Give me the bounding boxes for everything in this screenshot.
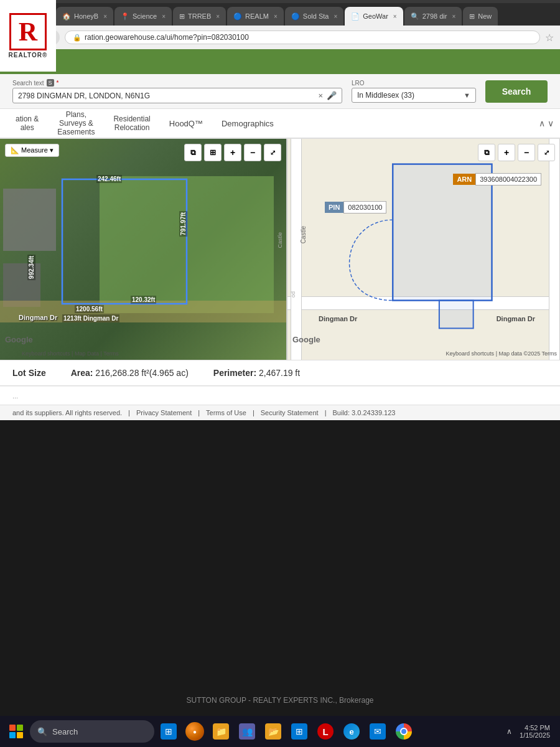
realtor-text: REALTOR® (9, 52, 48, 59)
search-text-field: Search text S * 2798 DINGMAN DR, LONDON,… (12, 79, 342, 103)
tab-close-6[interactable]: × (393, 13, 397, 20)
tab-trreb[interactable]: ⊞ TRREB × (173, 7, 226, 26)
fullscreen-left[interactable]: ⤢ (264, 144, 281, 161)
zoom-in-left[interactable]: + (224, 144, 241, 161)
tab-close-1[interactable]: × (103, 13, 107, 20)
site-nav-green (0, 49, 560, 74)
taskbar-file-app[interactable]: 📁 (209, 720, 233, 743)
nav-label-plans: Plans, Surveys & Easements (57, 110, 95, 136)
map-footer-left: Keyboard shortcuts | Map Data | Terms (22, 350, 119, 357)
search-label: Search text (12, 80, 44, 87)
realtor-logo: R REALTOR® (0, 0, 56, 72)
keyboard-shortcuts-left[interactable]: Keyboard shortcuts (22, 350, 70, 357)
map-footer-right: Keyboard shortcuts | Map data ©2025 Term… (446, 350, 557, 357)
copyright-text: and its suppliers. All rights reserved. (12, 409, 122, 416)
terms-left[interactable]: Terms (103, 350, 119, 357)
lot-size-text: Lot Size (12, 368, 46, 378)
dingman-label-vec-right: Dingman Dr (497, 315, 535, 322)
tab-label-6: GeoWar (363, 12, 388, 20)
zoom-out-right[interactable]: − (518, 144, 535, 161)
tab-science[interactable]: 📍 Science × (114, 7, 172, 26)
taskbar-explorer-app[interactable]: 📂 (261, 720, 285, 743)
zoom-in-right[interactable]: + (498, 144, 515, 161)
terms-right[interactable]: Terms (542, 350, 558, 357)
arn-label: ARN (453, 174, 475, 185)
search-button[interactable]: Search (485, 80, 548, 103)
satellite-map[interactable]: 242.46ft 791.97ft 992.34ft 120.32ft 1200… (0, 139, 286, 360)
tab-realm[interactable]: 🔵 REALM × (227, 7, 284, 26)
taskview-icon: ⊞ (161, 723, 177, 740)
map-data-right: Map data ©2025 (498, 350, 540, 357)
nav-item-residential[interactable]: Residential Relocation (104, 110, 159, 138)
fullscreen-right[interactable]: ⤢ (538, 144, 555, 161)
zoom-out-left[interactable]: − (244, 144, 261, 161)
system-tray: ∧ (502, 727, 517, 736)
perimeter-value: 2,467.19 ft (259, 368, 300, 378)
nav-item-plans[interactable]: Plans, Surveys & Easements (48, 110, 104, 138)
taskbar-store-app[interactable]: ⊞ (287, 720, 311, 743)
tab-new[interactable]: ⊞ New (463, 7, 498, 26)
taskbar-chrome-app[interactable] (392, 720, 416, 743)
secondary-nav: ation & ales Plans, Surveys & Easements … (0, 109, 560, 139)
nav-up-arrow[interactable]: ∧ (539, 118, 545, 128)
layers-btn-left[interactable]: ⊞ (204, 144, 222, 161)
nav-item-hoodq[interactable]: HoodQ™ (160, 110, 212, 138)
site-footer: and its suppliers. All rights reserved. … (0, 405, 560, 420)
pin-badge: PIN 082030100 (325, 201, 386, 214)
terms-link[interactable]: Terms of Use (206, 409, 246, 416)
tab-close-2[interactable]: × (162, 13, 166, 20)
start-button[interactable] (5, 720, 27, 743)
mic-icon[interactable]: 🎤 (327, 91, 337, 100)
left-map-zoom-controls: ⧉ ⊞ + − ⤢ (184, 144, 281, 161)
s-badge: S (47, 79, 54, 87)
nav-item-ation-sales[interactable]: ation & ales (6, 110, 48, 138)
security-link[interactable]: Security Statement (261, 409, 319, 416)
tab-close-7[interactable]: × (452, 13, 455, 20)
taskbar-teams-app[interactable]: 👥 (235, 720, 259, 743)
copy-btn-left[interactable]: ⧉ (184, 144, 202, 161)
tab-close-4[interactable]: × (274, 13, 278, 20)
tab-2798[interactable]: 🔍 2798 dir × (404, 7, 462, 26)
chevron-up-icon[interactable]: ∧ (506, 727, 512, 736)
copy-btn-right[interactable]: ⧉ (478, 144, 495, 161)
sutton-footer: SUTTON GROUP - REALTY EXPERTS INC., Brok… (0, 691, 560, 710)
taskbar-taskview[interactable]: ⊞ (157, 720, 180, 743)
sutton-text: SUTTON GROUP - REALTY EXPERTS INC., Brok… (187, 696, 374, 705)
browser-chrome: 🏠 HoneyB × 📍 Science × ⊞ TRREB × 🔵 REALM… (0, 0, 560, 49)
tab-favicon-4: 🔵 (233, 12, 242, 21)
nav-down-arrow[interactable]: ∨ (548, 118, 554, 128)
taskbar-orb-app[interactable]: ● (183, 720, 207, 743)
tab-honeybee[interactable]: 🏠 HoneyB × (56, 7, 113, 26)
nav-label-residential: Residential Relocation (113, 115, 150, 132)
bookmark-star[interactable]: ☆ (545, 32, 554, 44)
tab-close-3[interactable]: × (216, 13, 220, 20)
chrome-center (400, 728, 408, 735)
clear-icon[interactable]: × (318, 91, 323, 100)
vector-map-background: Castle Dingman Dr Dingman Dr po ARN 3936… (287, 139, 560, 360)
nav-label-ation: ation & ales (16, 115, 39, 132)
teams-symbol: 👥 (242, 726, 253, 736)
url-bar[interactable]: 🔒 ration.geowarehouse.ca/ui/home?pin=082… (65, 31, 540, 44)
measure-icon: 📐 (11, 146, 19, 154)
taskbar-date: 1/15/2025 (520, 731, 550, 739)
measure-button[interactable]: 📐 Measure ▾ (5, 144, 59, 157)
lro-select[interactable]: In Middlesex (33) ▼ (352, 88, 476, 103)
tab-favicon-8: ⊞ (469, 12, 475, 21)
tab-label-4: REALM (245, 12, 269, 20)
privacy-link[interactable]: Privacy Statement (136, 409, 192, 416)
file-symbol: 📁 (216, 726, 226, 736)
nav-item-demographics[interactable]: Demographics (212, 110, 283, 138)
taskbar-mail-app[interactable]: ✉ (366, 720, 390, 743)
tab-sold[interactable]: 🔵 Sold Sta × (285, 7, 343, 26)
l-app-icon: L (317, 723, 334, 740)
vector-map[interactable]: Castle Dingman Dr Dingman Dr po ARN 3936… (286, 139, 560, 360)
taskbar-edge-app[interactable]: e (340, 720, 363, 743)
taskbar-search-bar[interactable]: 🔍 Search (30, 720, 154, 743)
measure-label: Measure ▾ (21, 146, 54, 154)
tab-favicon-2: 📍 (121, 12, 129, 21)
taskbar-l-app[interactable]: L (314, 720, 337, 743)
measurement-svg (0, 139, 286, 360)
tab-close-5[interactable]: × (334, 13, 337, 20)
tab-geowarehouse[interactable]: 📄 GeoWar × (345, 7, 403, 26)
kb-shortcuts-right[interactable]: Keyboard shortcuts (446, 350, 495, 357)
